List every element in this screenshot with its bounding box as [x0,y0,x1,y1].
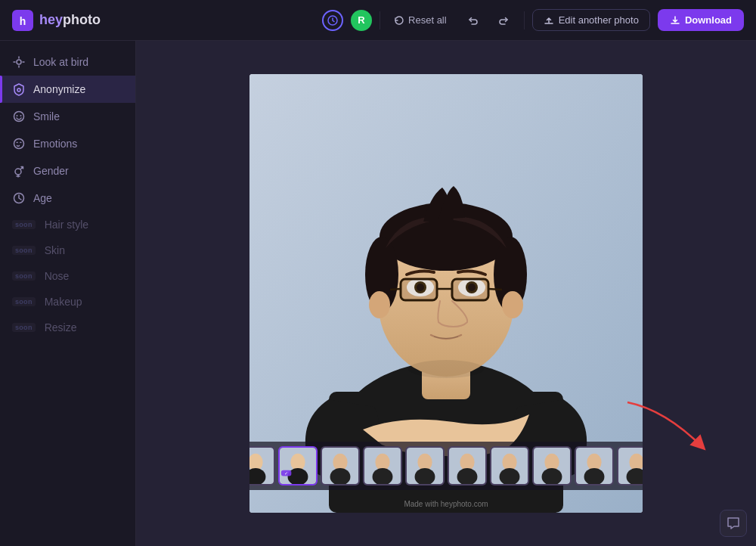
sidebar-item-look-at-bird[interactable]: Look at bird [0,48,135,76]
user-avatar[interactable]: R [351,10,372,31]
svg-point-57 [542,468,562,485]
sidebar-item-anonymize[interactable]: Anonymize [0,76,135,103]
smile-label: Smile [33,110,60,123]
svg-rect-30 [453,280,488,299]
sidebar-item-hair-style: soon Hair style [0,212,135,237]
sidebar-item-makeup: soon Makeup [0,289,135,315]
emotions-icon [12,137,26,150]
thumbnail-3[interactable] [321,446,360,486]
thumbnail-9[interactable] [575,446,614,486]
resize-soon-badge: soon [12,323,36,332]
hair-style-label: Hair style [45,219,88,231]
skin-label: Skin [45,244,65,256]
sidebar-item-skin: soon Skin [0,237,135,263]
sidebar-item-nose: soon Nose [0,263,135,289]
svg-point-7 [20,115,22,116]
sidebar-item-resize: soon Resize [0,315,135,340]
chat-icon [726,516,741,531]
svg-point-45 [373,468,393,485]
svg-point-60 [584,468,605,485]
svg-point-48 [415,468,435,485]
chat-button[interactable] [720,510,747,537]
svg-point-19 [369,291,390,318]
separator-1 [380,11,380,29]
main-image: ✓ [249,74,643,513]
thumbnails-strip: ✓ [249,442,643,490]
thumbnail-2[interactable]: ✓ [278,446,318,486]
makeup-soon-badge: soon [12,297,36,306]
svg-point-9 [15,169,21,175]
redo-icon [498,14,510,26]
look-at-bird-label: Look at bird [33,56,88,68]
logo-text: heyphoto [39,12,101,28]
logo-icon: h [12,10,33,31]
age-icon [12,191,26,205]
svg-rect-29 [401,280,436,299]
svg-point-4 [17,88,20,92]
upload-icon [544,15,554,26]
anonymize-label: Anonymize [33,83,85,95]
age-label: Age [33,192,52,204]
gender-icon [12,164,26,178]
gender-label: Gender [33,165,69,177]
anonymize-icon [12,82,26,96]
hair-style-soon-badge: soon [12,220,36,229]
thumbnail-10[interactable] [617,446,643,486]
made-with-label: Made with heyphoto.com [404,500,488,508]
sidebar-item-emotions[interactable]: Emotions [0,130,135,157]
main-area: Look at bird Anonymize Smile [0,41,756,546]
smile-icon [12,110,26,123]
svg-point-42 [330,468,351,485]
header-controls: R Reset all Edi [322,8,744,33]
timer-icon [322,10,343,31]
reset-all-button[interactable]: Reset all [388,11,453,29]
logo: h heyphoto [12,10,101,31]
sidebar-item-gender[interactable]: Gender [0,157,135,185]
separator-2 [524,11,525,29]
canvas-area: ✓ [136,41,756,546]
thumbnail-8[interactable] [532,446,572,486]
sidebar-item-smile[interactable]: Smile [0,103,135,130]
svg-point-8 [14,139,24,149]
reset-icon [394,15,404,26]
thumbnail-4[interactable] [363,446,402,486]
download-icon [670,15,680,26]
svg-text:h: h [20,15,26,27]
svg-point-54 [500,468,520,485]
nose-label: Nose [45,270,70,282]
thumbnail-5[interactable] [405,446,445,486]
emotions-label: Emotions [33,138,77,150]
thumbnail-7[interactable] [490,446,529,486]
svg-point-20 [502,291,523,318]
skin-soon-badge: soon [12,246,36,255]
redo-button[interactable] [492,8,516,33]
nose-soon-badge: soon [12,271,36,281]
thumbnail-6[interactable] [448,446,487,486]
sidebar-item-age[interactable]: Age [0,185,135,212]
svg-point-51 [457,468,478,485]
undo-button[interactable] [460,8,485,33]
thumbnail-1[interactable] [249,446,275,486]
look-at-bird-icon [12,55,26,69]
svg-point-6 [17,115,18,116]
svg-point-31 [408,360,484,378]
resize-label: Resize [45,321,77,333]
undo-icon [466,14,479,26]
sidebar: Look at bird Anonymize Smile [0,41,136,546]
makeup-label: Makeup [45,296,82,308]
svg-point-3 [17,60,21,64]
svg-text:✓: ✓ [284,471,288,476]
edit-another-button[interactable]: Edit another photo [532,9,650,31]
svg-point-37 [288,468,308,485]
app-header: h heyphoto R Reset all [0,0,756,41]
download-button[interactable]: Download [658,9,744,31]
